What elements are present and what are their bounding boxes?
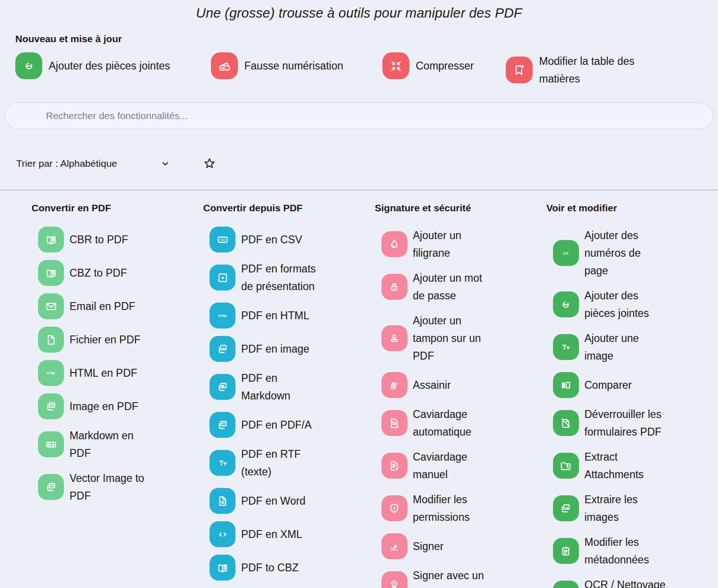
tool-item[interactable]: Extraire les images (546, 491, 718, 526)
tool-item-label: Ajouter des pièces jointes (585, 287, 667, 322)
tool-item[interactable]: Modifier les permissions (375, 491, 546, 526)
column-heading: Signature et sécurité (375, 202, 546, 214)
tool-item[interactable]: Fichier en PDF (32, 327, 203, 353)
envelope-icon (44, 299, 58, 314)
pdf-stack-icon: PDF (44, 399, 58, 414)
tool-icon-badge (210, 488, 235, 514)
tool-item[interactable]: Ajouter des pièces jointes (546, 287, 718, 322)
tool-item-label: PDF en RTF (texte) (241, 445, 324, 481)
featured-tool-label: Ajouter des pièces jointes (49, 57, 170, 75)
tool-item-label: Comparer (585, 376, 632, 394)
tool-icon-badge (210, 521, 235, 547)
image-stack-icon (216, 342, 230, 356)
signature-icon: x (387, 539, 401, 554)
tool-item-label: PDF en formats de présentation (241, 260, 324, 295)
tool-item[interactable]: PDFVector Image to PDF (32, 469, 203, 505)
tool-item-label: PDF to CBZ (241, 559, 299, 576)
tool-item[interactable]: Assainir (375, 372, 546, 398)
featured-tool[interactable]: Fausse numérisation (211, 52, 382, 79)
tool-icon-badge (553, 334, 579, 360)
tool-item[interactable]: PDF en XML (203, 521, 375, 547)
new-updated-heading: Nouveau et mise à jour (15, 33, 718, 44)
tool-item[interactable]: CBZ to PDF (32, 260, 203, 286)
tool-item-label: Extraire les images (585, 491, 667, 526)
search-input[interactable] (5, 110, 713, 121)
tool-item[interactable]: PDFPDF en PDF/A (203, 412, 375, 438)
tool-item[interactable]: PDF en RTF (texte) (203, 445, 375, 481)
tool-item[interactable]: 123Ajouter des numéros de page (546, 227, 718, 279)
tool-icon-badge (38, 293, 64, 319)
doc-lines-icon (216, 494, 230, 508)
tool-item[interactable]: HTMLPDF en HTML (203, 303, 375, 329)
tool-icon-badge (210, 555, 235, 581)
certificate-medal-icon (387, 577, 401, 588)
tool-icon-badge (382, 52, 409, 79)
tool-column: Signature et sécuritéAjouter un filigran… (375, 202, 546, 588)
tool-icon-badge: HTML (210, 303, 235, 329)
tool-column: Voir et modifier123Ajouter des numéros d… (546, 202, 718, 588)
tool-item[interactable]: CSVPDF en CSV (203, 227, 375, 253)
tool-item[interactable]: Extract Attachments (546, 448, 718, 483)
tool-item[interactable]: Email en PDF (32, 293, 203, 319)
tool-item[interactable]: xSigner (375, 533, 546, 559)
tool-item[interactable]: PDF en formats de présentation (203, 260, 375, 295)
tool-item[interactable]: ACaviardage automatique (375, 405, 546, 441)
book-icon (44, 266, 58, 280)
tool-item[interactable]: HTMLHTML en PDF (32, 360, 203, 386)
featured-tool[interactable]: Compresser (382, 52, 506, 79)
tool-icon-badge (553, 291, 579, 317)
tool-item-label: Fichier en PDF (70, 331, 140, 348)
tool-item[interactable]: PDFImage en PDF (32, 393, 203, 419)
tool-item[interactable]: Caviardage manuel (375, 448, 546, 483)
tool-item-label: Assainir (413, 376, 451, 394)
tool-item[interactable]: Markdown en PDF (32, 427, 203, 462)
tool-item[interactable]: Déverrouiller les formulaires PDF (546, 405, 718, 441)
svg-text:HTML: HTML (218, 314, 227, 317)
tool-item[interactable]: PDF en image (203, 336, 375, 362)
tool-item-label: Ajouter un mot de passe (413, 269, 496, 304)
tool-item[interactable]: PDF en Markdown (203, 369, 375, 405)
tool-item-label: Modifier les permissions (413, 491, 496, 526)
tool-icon-badge: PDF (38, 393, 64, 419)
tool-item[interactable]: Ajouter un filigrane (375, 227, 546, 262)
tool-item[interactable]: PDF en Word (203, 488, 375, 514)
tool-item[interactable]: Ajouter une image (546, 329, 718, 365)
featured-tool[interactable]: Modifier la table des matières (506, 52, 718, 88)
tool-item[interactable]: Ajouter un tampon sur un PDF (375, 312, 546, 365)
tool-item-label: PDF en Markdown (241, 369, 324, 405)
tool-icon-badge (15, 52, 42, 79)
tool-icon-badge: 123 (553, 240, 579, 266)
svg-text:PDF: PDF (50, 404, 54, 406)
stamp-icon (387, 331, 401, 346)
tool-icon-badge: PDF (210, 412, 235, 438)
tool-item[interactable]: Signer avec un certificat (375, 567, 546, 588)
lock-icon (387, 280, 401, 294)
tool-list: CSVPDF en CSVPDF en formats de présentat… (203, 227, 375, 588)
tool-item[interactable]: PDF to CBZ (203, 555, 375, 581)
redact-auto-icon: A (387, 416, 401, 430)
tool-icon-badge (381, 274, 407, 300)
tool-item[interactable]: CBR to PDF (32, 227, 203, 253)
svg-text:PDF: PDF (50, 484, 54, 487)
tool-icon-badge: A (381, 410, 407, 436)
tool-icon-badge (381, 372, 407, 398)
tool-item-label: Markdown en PDF (70, 427, 152, 462)
tool-item-label: Ajouter un tampon sur un PDF (413, 312, 496, 365)
svg-text:123: 123 (563, 252, 569, 255)
tool-item[interactable]: Modifier les métadonnées (546, 533, 718, 569)
tool-icon-badge (210, 450, 235, 476)
tool-item-label: Extract Attachments (585, 448, 667, 483)
tool-item[interactable]: OCR / Nettoyage des (546, 576, 718, 588)
tool-item-label: PDF en CSV (241, 231, 302, 248)
favorites-toggle-button[interactable] (203, 157, 216, 171)
paperclip-icon (559, 297, 573, 312)
tool-item[interactable]: Comparer (546, 372, 718, 398)
book-icon (216, 561, 230, 575)
csv-box-icon: CSV (216, 233, 230, 247)
column-heading: Convertir en PDF (32, 202, 203, 214)
tool-item[interactable]: Ajouter un mot de passe (375, 269, 546, 304)
tool-icon-badge (38, 227, 64, 253)
featured-tool[interactable]: Ajouter des pièces jointes (15, 52, 211, 79)
tool-item-label: Ajouter des numéros de page (585, 227, 667, 279)
sort-select[interactable]: Trier par : Alphabétique (16, 158, 169, 169)
